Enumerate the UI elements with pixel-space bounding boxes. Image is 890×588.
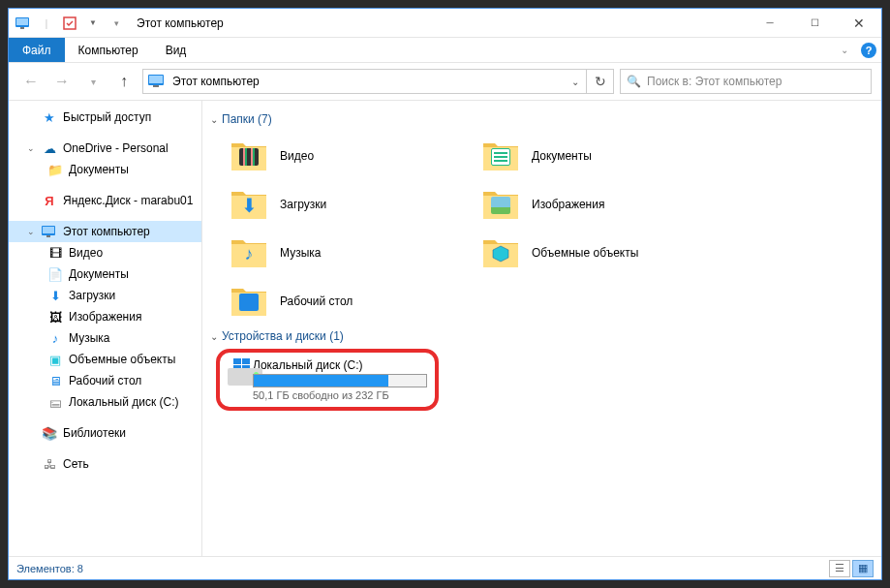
- ribbon-tabs: Файл Компьютер Вид ⌄ ?: [9, 38, 881, 63]
- svg-rect-9: [46, 235, 50, 237]
- up-button[interactable]: ↑: [111, 69, 137, 94]
- minimize-button[interactable]: ─: [748, 9, 792, 38]
- svg-rect-12: [242, 358, 250, 364]
- breadcrumb-dropdown-icon[interactable]: ⌄: [565, 77, 586, 87]
- nav-row: ← → ▾ ↑ Этот компьютер ⌄ ↻ 🔍 Поиск в: Эт…: [9, 63, 881, 100]
- svg-rect-1: [16, 18, 28, 25]
- body: ★Быстрый доступ ⌄☁OneDrive - Personal 📁Д…: [9, 100, 881, 556]
- content-pane: ⌄Папки (7) Видео Документы ⬇ Загрузки Из…: [202, 101, 881, 556]
- libraries-icon: 📚: [42, 425, 57, 441]
- docs-icon: 📄: [47, 266, 63, 282]
- sidebar-desktop[interactable]: 🖥Рабочий стол: [9, 370, 201, 391]
- folder-icon: 📁: [47, 162, 63, 177]
- folder-docs[interactable]: Документы: [462, 132, 714, 180]
- star-icon: ★: [42, 109, 57, 125]
- explorer-window: | ▼ ▾ Этот компьютер ─ ☐ ✕ Файл Компьюте…: [8, 8, 882, 580]
- sidebar-quick-access[interactable]: ★Быстрый доступ: [9, 107, 201, 128]
- sidebar-video[interactable]: 🎞Видео: [9, 242, 201, 263]
- statusbar: Элементов: 8 ☰ ▦: [9, 556, 881, 579]
- close-button[interactable]: ✕: [837, 9, 881, 38]
- folder-music[interactable]: ♪ Музыка: [210, 229, 462, 277]
- maximize-button[interactable]: ☐: [792, 9, 837, 38]
- sidebar-docs[interactable]: 📄Документы: [9, 263, 201, 285]
- sidebar-yandex[interactable]: ЯЯндекс.Диск - marabu01: [9, 190, 201, 211]
- downloads-icon: ⬇: [47, 288, 63, 303]
- folder-downloads[interactable]: ⬇ Загрузки: [210, 180, 462, 229]
- breadcrumb-text: Этот компьютер: [172, 75, 565, 88]
- window-title: Этот компьютер: [137, 16, 224, 30]
- sidebar-downloads[interactable]: ⬇Загрузки: [9, 285, 201, 306]
- search-icon: 🔍: [627, 75, 641, 88]
- forward-button[interactable]: →: [49, 69, 75, 94]
- pc-icon: [147, 74, 167, 89]
- chevron-down-icon: ⌄: [210, 114, 218, 125]
- svg-rect-5: [149, 76, 163, 83]
- ribbon-expand-icon[interactable]: ⌄: [833, 38, 856, 62]
- svg-rect-11: [233, 358, 241, 364]
- drive-icon: [228, 358, 243, 387]
- app-icon: [15, 15, 32, 32]
- nav-tree: ★Быстрый доступ ⌄☁OneDrive - Personal 📁Д…: [9, 101, 202, 556]
- properties-icon[interactable]: [61, 15, 78, 32]
- back-button[interactable]: ←: [18, 69, 44, 94]
- docs-folder-icon: [481, 139, 520, 172]
- titlebar: | ▼ ▾ Этот компьютер ─ ☐ ✕: [9, 9, 881, 38]
- sidebar-localdisk[interactable]: 🖴Локальный диск (C:): [9, 391, 201, 413]
- folder-images[interactable]: Изображения: [462, 180, 714, 229]
- svg-rect-2: [20, 27, 24, 29]
- svg-rect-6: [153, 85, 159, 87]
- sidebar-this-pc[interactable]: ⌄Этот компьютер: [9, 221, 201, 242]
- qat-dropdown-icon[interactable]: ▼: [84, 15, 102, 32]
- desktop-icon: 🖥: [47, 373, 63, 388]
- drive-c[interactable]: Локальный диск (C:) 50,1 ГБ свободно из …: [216, 349, 439, 411]
- sidebar-3d[interactable]: ▣Объемные объекты: [9, 349, 201, 370]
- svg-marker-10: [493, 246, 508, 262]
- section-devices[interactable]: ⌄Устройства и диски (1): [210, 329, 874, 343]
- sidebar-onedrive-docs[interactable]: 📁Документы: [9, 159, 201, 180]
- svg-rect-8: [43, 227, 54, 233]
- search-placeholder: Поиск в: Этот компьютер: [647, 75, 782, 88]
- drive-free-text: 50,1 ГБ свободно из 232 ГБ: [253, 389, 427, 401]
- search-input[interactable]: 🔍 Поиск в: Этот компьютер: [620, 69, 872, 94]
- images-icon: 🖼: [47, 309, 63, 325]
- drive-name: Локальный диск (C:): [253, 358, 427, 372]
- music-folder-icon: ♪: [230, 236, 268, 269]
- folder-desktop[interactable]: Рабочий стол: [210, 277, 462, 325]
- view-tiles-button[interactable]: ▦: [852, 560, 874, 577]
- video-icon: 🎞: [47, 245, 63, 261]
- refresh-button[interactable]: ↻: [586, 70, 613, 93]
- item-count: Элементов: 8: [16, 563, 83, 574]
- sidebar-images[interactable]: 🖼Изображения: [9, 306, 201, 327]
- folder-3d[interactable]: Объемные объекты: [462, 229, 714, 277]
- downloads-folder-icon: ⬇: [230, 188, 268, 221]
- drive-info: Локальный диск (C:) 50,1 ГБ свободно из …: [253, 358, 427, 401]
- sidebar-network[interactable]: 🖧Сеть: [9, 453, 201, 475]
- address-bar[interactable]: Этот компьютер ⌄ ↻: [142, 69, 614, 94]
- view-details-button[interactable]: ☰: [829, 560, 850, 577]
- chevron-down-icon: ⌄: [210, 331, 218, 342]
- folder-video[interactable]: Видео: [210, 132, 462, 180]
- images-folder-icon: [481, 188, 520, 221]
- network-icon: 🖧: [42, 456, 57, 472]
- sidebar-libraries[interactable]: 📚Библиотеки: [9, 422, 201, 444]
- video-folder-icon: [230, 139, 268, 172]
- file-menu[interactable]: Файл: [9, 38, 65, 62]
- qat-overflow[interactable]: ▾: [107, 15, 125, 32]
- cube-icon: ▣: [47, 352, 63, 367]
- sidebar-onedrive[interactable]: ⌄☁OneDrive - Personal: [9, 138, 201, 159]
- recent-locations[interactable]: ▾: [80, 69, 106, 94]
- cloud-icon: ☁: [42, 140, 57, 156]
- section-folders[interactable]: ⌄Папки (7): [210, 112, 874, 126]
- drive-usage-bar: [253, 374, 427, 387]
- view-tab[interactable]: Вид: [152, 38, 200, 62]
- sidebar-music[interactable]: ♪Музыка: [9, 327, 201, 349]
- folders-grid: Видео Документы ⬇ Загрузки Изображения ♪…: [210, 132, 874, 325]
- cube-folder-icon: [481, 236, 520, 269]
- desktop-folder-icon: [230, 285, 268, 318]
- computer-tab[interactable]: Компьютер: [65, 38, 152, 62]
- qat-separator: |: [38, 15, 55, 32]
- yandex-icon: Я: [42, 193, 57, 208]
- help-button[interactable]: ?: [856, 38, 881, 62]
- window-controls: ─ ☐ ✕: [748, 9, 881, 38]
- pc-icon: [42, 224, 57, 239]
